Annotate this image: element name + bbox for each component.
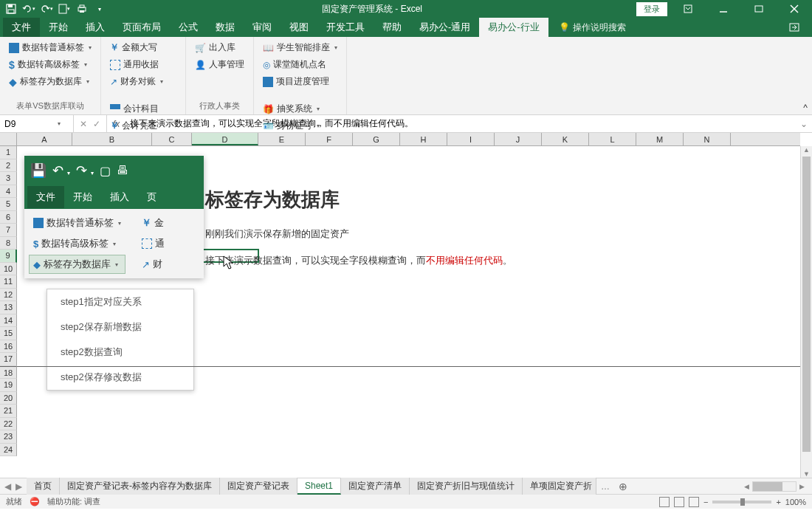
tab-insert[interactable]: 插入: [77, 18, 114, 37]
zoom-value[interactable]: 100%: [785, 498, 806, 506]
row-h[interactable]: 8: [0, 237, 17, 250]
col-h-b[interactable]: B: [72, 133, 152, 145]
name-box[interactable]: ▾: [0, 115, 74, 132]
row-h[interactable]: 5: [0, 198, 17, 211]
mini-print-icon[interactable]: 🖶: [117, 164, 128, 177]
row-h[interactable]: 22: [0, 418, 17, 431]
btn-finance-recon[interactable]: ↗财务对账▾: [107, 74, 179, 89]
btn-account-subject[interactable]: 会计科目: [107, 101, 179, 117]
hscroll-right-icon[interactable]: ▶: [799, 483, 805, 490]
tab-home[interactable]: 开始: [40, 18, 77, 37]
col-h-e[interactable]: E: [258, 133, 306, 145]
row-h[interactable]: 18: [0, 366, 17, 379]
sheet-more-icon[interactable]: …: [596, 481, 614, 492]
select-all-corner[interactable]: [0, 133, 17, 146]
view-break-icon[interactable]: [689, 497, 699, 507]
nav-next-icon[interactable]: ▶: [16, 481, 22, 492]
mini-tab-page[interactable]: 页: [138, 186, 165, 208]
row-h[interactable]: 14: [0, 315, 17, 328]
btn-tag-save-db[interactable]: ◆标签存为数据库▾: [6, 74, 94, 89]
col-h-d[interactable]: D: [192, 133, 258, 145]
row-h[interactable]: 21: [0, 405, 17, 418]
share-icon[interactable]: [780, 18, 809, 36]
btn-inventory[interactable]: 🛒出入库: [192, 40, 247, 55]
row-h[interactable]: 2: [0, 159, 17, 173]
mini-tab-home[interactable]: 开始: [64, 186, 101, 208]
row-h[interactable]: 12: [0, 289, 17, 302]
col-h-j[interactable]: J: [495, 133, 542, 145]
check-icon[interactable]: ✓: [93, 119, 100, 129]
row-h[interactable]: 17: [0, 353, 17, 366]
col-h-i[interactable]: I: [447, 133, 495, 145]
maximize-icon[interactable]: [744, 0, 774, 18]
col-h-a[interactable]: A: [17, 133, 72, 145]
row-h[interactable]: 6: [0, 211, 17, 224]
btn-general-receipt[interactable]: 通用收据: [107, 57, 179, 72]
view-normal-icon[interactable]: [659, 497, 670, 507]
mini-tab-insert[interactable]: 插入: [101, 186, 138, 208]
row-h[interactable]: 3: [0, 172, 17, 185]
zoom-slider[interactable]: [712, 501, 771, 503]
minimize-icon[interactable]: [709, 0, 738, 18]
btn-data-to-normal-tag[interactable]: 数据转普通标签▾: [6, 40, 94, 55]
col-h-n[interactable]: N: [684, 133, 731, 145]
btn-lottery[interactable]: 🎁抽奖系统▾: [260, 101, 340, 117]
mini-btn-normal-tag[interactable]: 数据转普通标签▾: [29, 213, 125, 233]
hscroll[interactable]: [752, 481, 796, 492]
login-button[interactable]: 登录: [636, 2, 667, 16]
zoom-out-icon[interactable]: −: [703, 498, 708, 506]
col-h-g[interactable]: G: [353, 133, 400, 145]
col-h-l[interactable]: L: [589, 133, 636, 145]
btn-seating[interactable]: 📖学生智能排座▾: [260, 40, 340, 55]
btn-project-progress[interactable]: 项目进度管理: [260, 74, 340, 89]
sheet-tab[interactable]: 固定资产清单: [341, 478, 410, 495]
new-sheet-icon[interactable]: ⊕: [614, 481, 632, 492]
qat-more-icon[interactable]: ▾: [92, 1, 108, 17]
mini-btn-recon[interactable]: ↗财: [137, 255, 169, 274]
tab-nav[interactable]: ◀▶: [0, 481, 27, 492]
dropdown-step2-query[interactable]: step2数据查询: [47, 340, 193, 365]
zoom-in-icon[interactable]: +: [776, 498, 780, 506]
row-h[interactable]: 11: [0, 275, 17, 289]
btn-idcard[interactable]: 🪪身份证号▾: [260, 118, 340, 134]
close-icon[interactable]: [780, 0, 809, 18]
row-h[interactable]: 13: [0, 301, 17, 315]
name-box-input[interactable]: [4, 119, 56, 129]
row-h[interactable]: 10: [0, 263, 17, 276]
redo-icon[interactable]: ▾: [38, 1, 55, 17]
col-h-f[interactable]: F: [306, 133, 353, 145]
col-h-k[interactable]: K: [542, 133, 589, 145]
tab-layout[interactable]: 页面布局: [114, 18, 170, 37]
chevron-down-icon[interactable]: ▾: [58, 120, 61, 127]
row-h[interactable]: 15: [0, 327, 17, 340]
row-h[interactable]: 4: [0, 185, 17, 199]
save-icon[interactable]: [3, 1, 19, 17]
row-h[interactable]: 7: [0, 224, 17, 237]
mini-save-icon[interactable]: 💾: [30, 162, 47, 179]
grid[interactable]: 标签存为数据库 刚刚我们演示保存新增的固定资产 接下来演示数据查询，可以实现全字…: [17, 146, 800, 478]
nav-prev-icon[interactable]: ◀: [4, 481, 11, 492]
sheet-tab[interactable]: 单项固定资产折: [523, 478, 596, 495]
col-h-c[interactable]: C: [152, 133, 192, 145]
tab-dev[interactable]: 开发工具: [317, 18, 374, 37]
dropdown-step1[interactable]: step1指定对应关系: [47, 289, 193, 315]
mini-btn-tag-db[interactable]: ◆标签存为数据库▾: [29, 255, 125, 274]
vscroll[interactable]: ▲ ▼: [800, 146, 812, 478]
view-layout-icon[interactable]: [674, 497, 684, 507]
vscroll-thumb[interactable]: [802, 157, 811, 452]
ribbon-options-icon[interactable]: [673, 0, 703, 18]
row-h[interactable]: 1: [0, 146, 17, 159]
scroll-down-icon[interactable]: ▼: [803, 470, 810, 478]
tab-formula[interactable]: 公式: [170, 18, 207, 37]
row-h[interactable]: 16: [0, 340, 17, 354]
btn-rollcall[interactable]: ◎课堂随机点名: [260, 57, 340, 72]
mini-btn-yen[interactable]: ￥金: [137, 213, 169, 233]
mini-new-icon[interactable]: ▢: [100, 164, 111, 178]
tab-file[interactable]: 文件: [3, 18, 40, 37]
row-h[interactable]: 9: [0, 250, 17, 263]
tab-review[interactable]: 审阅: [244, 18, 281, 37]
hscroll-thumb[interactable]: [753, 482, 782, 491]
mini-btn-adv-tag[interactable]: $数据转高级标签▾: [29, 234, 125, 253]
col-h-m[interactable]: M: [636, 133, 684, 145]
expand-formula-icon[interactable]: ⌄: [796, 119, 812, 129]
